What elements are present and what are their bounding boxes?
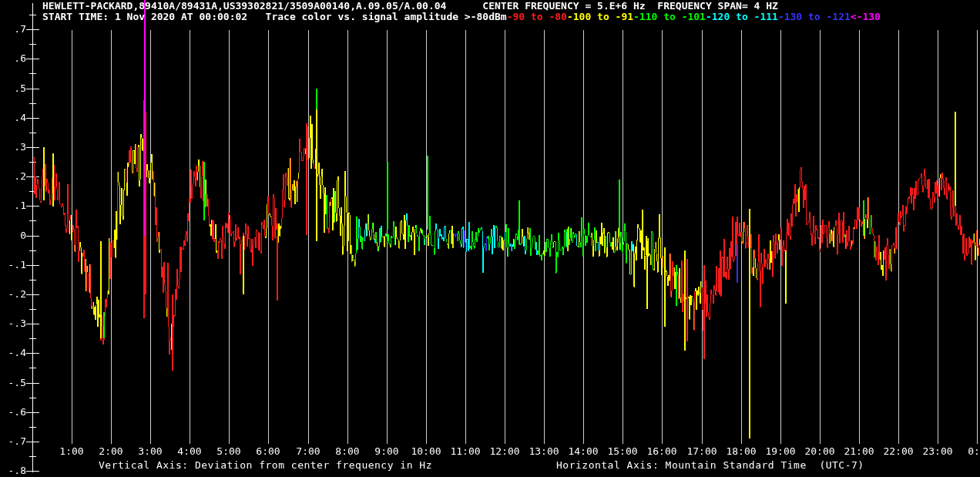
y-tick-label: .4 bbox=[0, 113, 26, 123]
x-tick-label: 4:00 bbox=[177, 446, 201, 457]
x-tick-label: 18:00 bbox=[726, 446, 756, 457]
y-tick-label: .6 bbox=[0, 53, 26, 64]
legend-band-red: -90 to -80 bbox=[507, 11, 567, 22]
legend-band-magenta: <-130 bbox=[851, 11, 881, 22]
x-tick-label: 10:00 bbox=[411, 446, 441, 457]
x-tick-label: 9:00 bbox=[374, 446, 398, 457]
y-tick-label: .2 bbox=[0, 171, 26, 182]
x-tick-label: 3:00 bbox=[138, 446, 162, 457]
y-tick-label: -.4 bbox=[0, 348, 26, 358]
amplitude-color-legend: -90 to -80-100 to -91-110 to -101-120 to… bbox=[507, 11, 881, 22]
y-tick-label: -.2 bbox=[0, 289, 26, 300]
legend-band-green: -110 to -101 bbox=[633, 11, 706, 22]
y-tick-label: -.1 bbox=[0, 260, 26, 270]
legend-band-cyan: -120 to -111 bbox=[706, 11, 778, 22]
x-tick-label: 14:00 bbox=[568, 446, 598, 457]
y-tick-label: .3 bbox=[0, 142, 26, 153]
y-tick-label: -.7 bbox=[0, 436, 26, 447]
vertical-axis-caption: Vertical Axis: Deviation from center fre… bbox=[99, 459, 432, 471]
x-tick-label: 8:00 bbox=[335, 446, 359, 457]
x-tick-label: 19:00 bbox=[765, 446, 795, 457]
x-tick-label: 22:00 bbox=[883, 446, 913, 457]
x-tick-label: 2:00 bbox=[99, 446, 123, 457]
y-tick-label: .1 bbox=[0, 200, 26, 211]
header-start-time-legend: START TIME: 1 Nov 2020 AT 00:00:02 Trace… bbox=[42, 12, 881, 22]
x-tick-label: 6:00 bbox=[256, 446, 280, 457]
analyzer-screen: HEWLETT-PACKARD,89410A/89431A,US39302821… bbox=[0, 0, 980, 477]
x-tick-label: 20:00 bbox=[804, 446, 834, 457]
x-tick-label: 1:00 bbox=[59, 446, 83, 457]
y-tick-label: .5 bbox=[0, 83, 26, 94]
start-time-text: START TIME: 1 Nov 2020 AT 00:00:02 Trace… bbox=[42, 11, 507, 22]
x-tick-label: 21:00 bbox=[844, 446, 874, 457]
header-instrument-id: HEWLETT-PACKARD,89410A/89431A,US39302821… bbox=[42, 1, 778, 12]
x-tick-label: 12:00 bbox=[489, 446, 519, 457]
legend-band-blue: -130 to -121 bbox=[778, 11, 851, 22]
x-tick-label: 16:00 bbox=[646, 446, 676, 457]
x-tick-label: 7:00 bbox=[296, 446, 320, 457]
y-tick-label: -.8 bbox=[0, 465, 26, 476]
x-tick-label: 23:00 bbox=[922, 446, 952, 457]
x-tick-label: 11:00 bbox=[450, 446, 480, 457]
y-tick-label: -.5 bbox=[0, 378, 26, 388]
y-tick-label: .7 bbox=[0, 24, 26, 35]
x-tick-label: 13:00 bbox=[529, 446, 559, 457]
x-tick-label: 5:00 bbox=[216, 446, 240, 457]
x-tick-label: 0:0 bbox=[968, 446, 980, 457]
y-tick-label: -.6 bbox=[0, 407, 26, 418]
x-tick-label: 15:00 bbox=[607, 446, 637, 457]
deviation-trace-canvas bbox=[0, 0, 980, 477]
y-tick-label: -.3 bbox=[0, 318, 26, 329]
legend-band-yellow: -100 to -91 bbox=[567, 11, 633, 22]
y-tick-label: 0 bbox=[0, 230, 26, 241]
horizontal-axis-caption: Horizontal Axis: Mountain Standard Time … bbox=[556, 459, 864, 471]
x-tick-label: 17:00 bbox=[686, 446, 717, 457]
